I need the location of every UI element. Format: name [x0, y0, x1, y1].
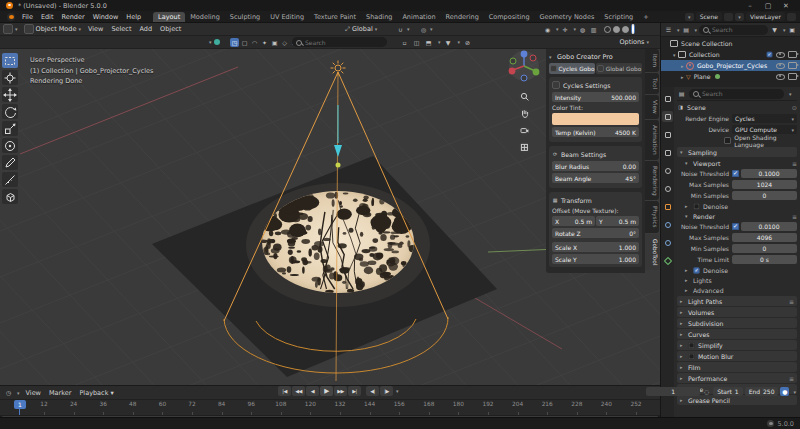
editor-type-button[interactable]: ▾ — [0, 24, 21, 34]
prev-frame-button[interactable]: ◀| — [366, 386, 379, 396]
options-dropdown[interactable]: Options▾ — [616, 38, 652, 46]
playhead[interactable]: 1 — [14, 400, 26, 409]
workspace-tab-modeling[interactable]: Modeling — [185, 12, 225, 22]
sidebar-tab-animation[interactable]: Animation — [645, 120, 659, 160]
denoise-checkbox[interactable] — [694, 267, 700, 273]
menu-help[interactable]: Help — [122, 13, 145, 21]
workspace-tab-animation[interactable]: Animation — [397, 12, 440, 22]
noise-threshold-checkbox[interactable] — [732, 223, 739, 230]
properties-tab-tool[interactable] — [662, 93, 673, 104]
properties-row-max-samples[interactable]: Max Samples1024 — [677, 179, 797, 190]
workspace-tab-geometry-nodes[interactable]: Geometry Nodes — [535, 12, 600, 22]
frame-end-field[interactable]: End250 — [745, 387, 779, 396]
pan-hand-icon[interactable] — [518, 107, 531, 120]
preset-icon[interactable]: ≡ — [789, 298, 794, 305]
tool-rotate[interactable] — [2, 104, 18, 119]
properties-row-noise-threshold[interactable]: Noise Threshold0.0100 — [677, 221, 797, 232]
scale-x-slider[interactable]: Scale X1.000 — [552, 242, 639, 252]
workspace-tab-shading[interactable]: Shading — [361, 12, 397, 22]
outliner-display-mode-icon[interactable]: ▤ — [682, 25, 691, 34]
camera-visibility-icon[interactable]: ▣ — [270, 38, 279, 47]
tool-scale[interactable] — [2, 121, 18, 136]
new-scene-icon[interactable] — [724, 13, 733, 21]
denoise-checkbox[interactable] — [694, 203, 700, 209]
properties-row-min-samples[interactable]: Min Samples0 — [677, 243, 797, 254]
properties-tab-render[interactable] — [662, 111, 673, 122]
preset-icon[interactable]: ≡ — [792, 213, 797, 220]
jump-to-end-button[interactable]: ▶| — [348, 386, 361, 396]
mode-dropdown[interactable]: Object Mode▾ — [21, 24, 84, 34]
curve-visibility-icon[interactable]: ◠ — [250, 38, 259, 47]
zoom-icon[interactable] — [518, 90, 531, 103]
show-gizmos-icon[interactable]: ✛ — [561, 25, 570, 34]
view-layer-icon[interactable]: ▾ — [735, 13, 744, 21]
timeline-menu-playback[interactable]: Playback ▾ — [75, 389, 117, 397]
time-limit-field[interactable]: 0 s — [732, 255, 797, 264]
properties-row-grease-pencil[interactable]: ▸Grease Pencil — [677, 395, 797, 405]
tool-add-cube[interactable] — [2, 189, 18, 204]
properties-tab-output[interactable] — [662, 129, 673, 140]
hide-in-viewport-icon[interactable] — [776, 52, 785, 58]
properties-tab-world[interactable] — [662, 183, 673, 194]
workspace-tab-scripting[interactable]: Scripting — [599, 12, 638, 22]
osl-checkbox[interactable] — [724, 137, 731, 144]
scene-icon[interactable]: ▾ — [685, 13, 694, 21]
light-visibility-icon[interactable]: ✦ — [260, 38, 269, 47]
noise-threshold-checkbox[interactable] — [732, 170, 739, 177]
outliner-filter-icon[interactable]: ▼ — [770, 25, 779, 34]
auto-keying-icon[interactable]: ● — [780, 387, 789, 396]
empty-visibility-icon[interactable]: ◇ — [280, 38, 289, 47]
next-frame-button[interactable]: |▶ — [380, 386, 393, 396]
temperature-slider[interactable]: Temp (Kelvin)4500 K — [552, 127, 639, 137]
sidebar-tab-physics[interactable]: Physics — [645, 201, 659, 232]
offset-x-field[interactable]: X0.5 m — [552, 216, 595, 226]
show-overlays-icon[interactable]: ◍ — [578, 25, 587, 34]
tool-move[interactable] — [2, 87, 18, 102]
frame-start-field[interactable]: Start1 — [713, 387, 743, 396]
properties-row-max-samples[interactable]: Max Samples4096 — [677, 232, 797, 243]
overlay-dropdown-icon[interactable]: ⬒ — [424, 38, 433, 47]
workspace-tab-texture-paint[interactable]: Texture Paint — [309, 12, 361, 22]
properties-row-volumes[interactable]: ▸Volumes — [677, 307, 797, 317]
cursor-visibility-icon[interactable]: ◳ — [230, 38, 239, 47]
sidebar-tab-item[interactable]: Item — [645, 49, 659, 72]
rotate-z-slider[interactable]: Rotate Z0° — [552, 228, 639, 238]
sidebar-tab-gobotool[interactable]: GoboTool — [645, 234, 659, 271]
tool-cursor[interactable] — [2, 70, 18, 85]
prev-keyframe-button[interactable]: ◀◀ — [292, 386, 305, 396]
outliner-row-gobo-projector-cycles[interactable]: ▸Gobo_Projector_Cycles — [661, 60, 800, 71]
outliner-row-collection[interactable]: ▾Collection — [661, 49, 800, 60]
snap-dropdown[interactable]: ∪▾ — [393, 25, 413, 34]
disable-in-renders-icon[interactable] — [788, 73, 797, 80]
properties-search-input[interactable] — [689, 89, 784, 99]
properties-editor-icon[interactable]: ▤ — [677, 89, 686, 98]
timeline-editor-icon[interactable]: ◷ — [4, 388, 13, 397]
properties-row-curves[interactable]: ▸Curves — [677, 329, 797, 339]
workspace-tab-sculpting[interactable]: Sculpting — [225, 12, 265, 22]
timeline-menu-view[interactable]: View — [22, 389, 45, 397]
minimize-button[interactable]: – — [742, 1, 758, 11]
properties-row-denoise[interactable]: ▸Denoise — [677, 201, 797, 211]
properties-tab-physics[interactable] — [662, 237, 673, 248]
exclude-checkbox[interactable] — [767, 52, 773, 58]
offset-y-field[interactable]: Y0.5 m — [596, 216, 639, 226]
properties-tab-object[interactable] — [662, 201, 673, 212]
scene-selector[interactable]: Scene — [696, 12, 722, 21]
properties-tab-modifiers[interactable] — [662, 219, 673, 230]
outliner-row-plane[interactable]: ▸▽Plane — [661, 71, 800, 82]
tool-transform[interactable] — [2, 138, 18, 153]
menu-edit[interactable]: Edit — [37, 13, 58, 21]
sidebar-tab-rendering[interactable]: Rendering — [645, 161, 659, 201]
shading-solid-button[interactable] — [613, 26, 620, 33]
play-reverse-button[interactable]: ◀ — [306, 386, 319, 396]
properties-row-noise-threshold[interactable]: Noise Threshold0.1000 — [677, 168, 797, 179]
min-samples-field[interactable]: 0 — [732, 191, 797, 200]
properties-row-simplify[interactable]: ▸Simplify — [677, 340, 797, 350]
panel-header[interactable]: ▾Gobo Creator Pro — [549, 51, 642, 62]
sidebar-tab-view[interactable]: View — [645, 95, 659, 119]
properties-row-performance[interactable]: ▸Performance≡ — [677, 373, 797, 383]
hide-in-viewport-icon[interactable] — [776, 63, 785, 69]
tool-measure[interactable] — [2, 172, 18, 187]
filter-dropdown-icon[interactable]: ▼ — [444, 38, 453, 47]
mesh-visibility-icon[interactable]: ▢ — [240, 38, 249, 47]
